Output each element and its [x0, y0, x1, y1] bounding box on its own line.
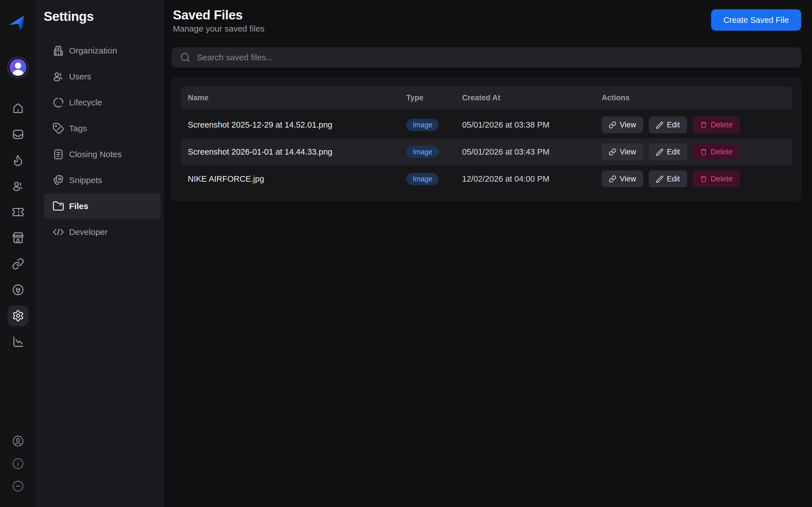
column-header-created-at: Created At	[462, 94, 602, 102]
circle-dashed-icon	[52, 97, 64, 108]
create-saved-file-button[interactable]: Create Saved File	[711, 9, 801, 31]
edit-button[interactable]: Edit	[649, 116, 687, 133]
inbox-icon	[12, 128, 24, 140]
sidebar-item-closing-notes[interactable]: Closing Notes	[44, 142, 160, 167]
view-button[interactable]: View	[602, 144, 643, 160]
snippets-icon	[52, 174, 64, 186]
info-circle-icon	[12, 458, 24, 469]
sidebar-item-users[interactable]: Users	[44, 64, 160, 90]
sidebar-item-snippets[interactable]: Snippets	[44, 167, 160, 193]
ticket-icon	[12, 206, 24, 218]
rail-store-button[interactable]	[8, 228, 29, 248]
column-header-type: Type	[406, 94, 462, 102]
sidebar-item-label: Lifecycle	[69, 98, 102, 107]
page-header: Saved Files Manage your saved files Crea…	[163, 0, 812, 37]
column-header-name: Name	[188, 94, 406, 102]
page-subtitle: Manage your saved files	[173, 24, 264, 34]
table-row: Screenshot 2025-12-29 at 14.52.01.png Im…	[181, 111, 792, 138]
view-label: View	[620, 121, 636, 129]
sidebar-title: Settings	[44, 8, 160, 24]
delete-label: Delete	[711, 148, 733, 156]
delete-button[interactable]: Delete	[693, 144, 740, 160]
search-icon	[180, 52, 191, 63]
table-body: Screenshot 2025-12-29 at 14.52.01.png Im…	[181, 111, 792, 192]
view-button[interactable]: View	[602, 116, 643, 133]
view-button[interactable]: View	[602, 170, 643, 187]
type-badge: Image	[406, 146, 439, 158]
app-window: Settings Organization Users Lifecycle	[0, 0, 812, 507]
rail-users-button[interactable]	[8, 176, 29, 196]
paper-plane-icon[interactable]	[7, 11, 29, 33]
edit-button[interactable]: Edit	[649, 144, 687, 160]
sidebar-item-tags[interactable]: Tags	[44, 115, 160, 142]
table-row: Screenshot 2026-01-01 at 14.44.33.png Im…	[181, 138, 792, 165]
rail-minimize-button[interactable]	[10, 478, 26, 494]
column-header-actions: Actions	[602, 94, 792, 102]
delete-button[interactable]: Delete	[693, 170, 740, 187]
view-label: View	[620, 148, 636, 156]
link-icon	[609, 121, 616, 129]
settings-sidebar: Settings Organization Users Lifecycle	[36, 0, 163, 507]
rail-ticket-button[interactable]	[8, 202, 29, 223]
created-at: 05/01/2026 at 03:38 PM	[462, 120, 602, 129]
file-name: Screenshot 2026-01-01 at 14.44.33.png	[188, 147, 406, 157]
building-icon	[52, 45, 64, 57]
edit-button[interactable]: Edit	[649, 170, 687, 187]
sidebar-item-lifecycle[interactable]: Lifecycle	[44, 90, 160, 115]
note-icon	[52, 149, 64, 160]
sidebar-item-developer[interactable]: Developer	[44, 219, 160, 245]
code-icon	[52, 226, 64, 238]
type-badge: Image	[406, 173, 439, 185]
minus-circle-icon	[12, 480, 24, 492]
rail-home-button[interactable]	[8, 98, 29, 119]
folder-icon	[52, 200, 64, 212]
sidebar-item-organization[interactable]: Organization	[44, 38, 160, 64]
sidebar-item-label: Organization	[69, 46, 117, 55]
sidebar-item-label: Snippets	[69, 175, 102, 185]
search-bar[interactable]	[171, 47, 801, 68]
person-silhouette-icon	[10, 59, 27, 76]
pencil-icon	[656, 121, 663, 129]
rail-footer	[10, 433, 26, 494]
file-name: Screenshot 2025-12-29 at 14.52.01.png	[188, 120, 406, 129]
edit-label: Edit	[667, 121, 680, 129]
link-icon	[609, 148, 616, 156]
plug-circle-icon	[12, 284, 24, 296]
view-label: View	[620, 175, 636, 183]
rail-integrations-button[interactable]	[8, 279, 29, 300]
created-at: 12/02/2026 at 04:00 PM	[462, 174, 602, 184]
rail-flame-button[interactable]	[8, 150, 29, 171]
rail-info-button[interactable]	[10, 456, 26, 471]
delete-button[interactable]: Delete	[693, 116, 740, 133]
type-badge: Image	[406, 119, 439, 131]
rail-analytics-button[interactable]	[8, 331, 29, 352]
search-input[interactable]	[197, 53, 793, 62]
sidebar-item-label: Users	[69, 72, 91, 81]
edit-label: Edit	[667, 175, 680, 183]
rail-account-button[interactable]	[10, 433, 26, 449]
rail-link-button[interactable]	[8, 253, 29, 274]
trash-icon	[700, 175, 707, 183]
rail-settings-button[interactable]	[8, 305, 29, 326]
content-area: Name Type Created At Actions Screenshot …	[163, 37, 812, 201]
edit-label: Edit	[667, 148, 680, 156]
delete-label: Delete	[711, 121, 733, 129]
trash-icon	[700, 148, 707, 156]
users-icon	[12, 180, 24, 192]
sidebar-item-files[interactable]: Files	[44, 193, 160, 219]
main-content: Saved Files Manage your saved files Crea…	[163, 0, 812, 507]
icon-rail	[0, 0, 36, 507]
created-at: 05/01/2026 at 03:43 PM	[462, 147, 602, 157]
user-avatar[interactable]	[8, 57, 29, 78]
pencil-icon	[656, 175, 663, 183]
users-icon	[52, 71, 64, 82]
page-title: Saved Files	[173, 8, 264, 22]
pencil-icon	[656, 148, 663, 156]
sidebar-item-label: Developer	[69, 227, 108, 237]
user-circle-icon	[12, 435, 24, 447]
sidebar-item-label: Tags	[69, 124, 87, 133]
home-icon	[12, 102, 24, 115]
delete-label: Delete	[711, 175, 733, 183]
file-name: NIKE AIRFORCE.jpg	[188, 174, 406, 184]
rail-inbox-button[interactable]	[8, 124, 29, 145]
